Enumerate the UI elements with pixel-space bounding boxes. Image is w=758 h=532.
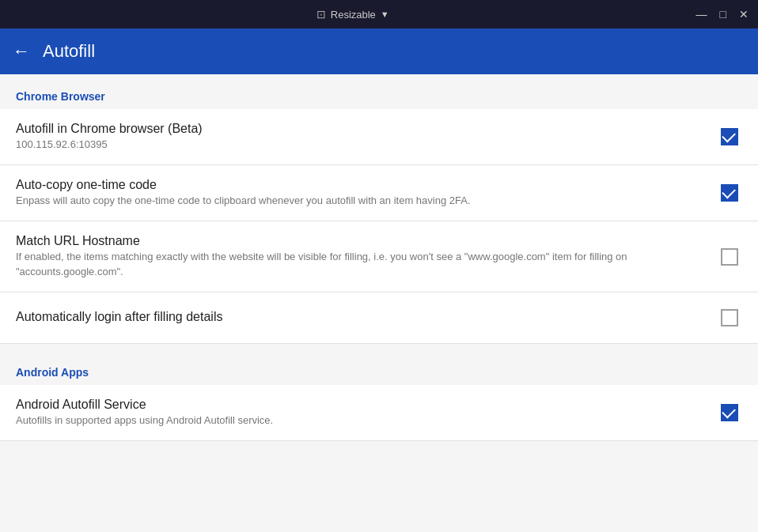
checkbox-auto-login[interactable] xyxy=(721,309,738,326)
title-bar: ⊡ Resizable ▼ — □ ✕ xyxy=(0,0,758,28)
setting-title-match-url-hostname: Match URL Hostname xyxy=(16,234,701,248)
setting-item-autofill-chrome: Autofill in Chrome browser (Beta)100.115… xyxy=(0,109,758,165)
title-bar-controls: — □ ✕ xyxy=(696,8,749,21)
page-title: Autofill xyxy=(43,41,95,62)
checkbox-container-android-autofill-service xyxy=(717,400,742,425)
setting-title-auto-login: Automatically login after filling detail… xyxy=(16,310,701,324)
setting-item-auto-copy-otp: Auto-copy one-time codeEnpass will auto … xyxy=(0,165,758,221)
setting-subtitle-android-autofill-service: Autofills in supported apps using Androi… xyxy=(16,413,701,428)
setting-text-autofill-chrome: Autofill in Chrome browser (Beta)100.115… xyxy=(16,122,717,152)
checkbox-android-autofill-service[interactable] xyxy=(721,404,738,421)
minimize-button[interactable]: — xyxy=(696,8,707,21)
checkbox-match-url-hostname[interactable] xyxy=(721,248,738,266)
section-header-chrome-browser: Chrome Browser xyxy=(0,74,758,109)
setting-subtitle-match-url-hostname: If enabled, the items matching exactly w… xyxy=(16,250,701,278)
resizable-icon: ⊡ xyxy=(316,8,326,21)
setting-text-match-url-hostname: Match URL HostnameIf enabled, the items … xyxy=(16,234,717,278)
app-header: ← Autofill xyxy=(0,28,758,74)
checkbox-auto-copy-otp[interactable] xyxy=(721,184,738,202)
content-area: Chrome BrowserAutofill in Chrome browser… xyxy=(0,74,758,532)
setting-subtitle-autofill-chrome: 100.115.92.6:10395 xyxy=(16,138,701,152)
checkbox-autofill-chrome[interactable] xyxy=(721,128,738,145)
maximize-button[interactable]: □ xyxy=(720,8,726,21)
setting-item-match-url-hostname: Match URL HostnameIf enabled, the items … xyxy=(0,221,758,292)
close-button[interactable]: ✕ xyxy=(739,8,749,21)
checkbox-container-match-url-hostname xyxy=(717,244,742,270)
setting-title-auto-copy-otp: Auto-copy one-time code xyxy=(16,178,701,192)
dropdown-icon[interactable]: ▼ xyxy=(381,9,389,19)
checkbox-container-auto-login xyxy=(717,305,742,330)
setting-text-auto-login: Automatically login after filling detail… xyxy=(16,310,717,326)
title-bar-center: ⊡ Resizable ▼ xyxy=(316,8,389,21)
checkbox-container-autofill-chrome xyxy=(717,124,742,149)
back-button[interactable]: ← xyxy=(13,41,30,62)
setting-title-autofill-chrome: Autofill in Chrome browser (Beta) xyxy=(16,122,701,136)
setting-item-auto-login: Automatically login after filling detail… xyxy=(0,292,758,344)
section-divider xyxy=(0,344,758,350)
setting-text-auto-copy-otp: Auto-copy one-time codeEnpass will auto … xyxy=(16,178,717,208)
setting-subtitle-auto-copy-otp: Enpass will auto copy the one-time code … xyxy=(16,194,701,208)
setting-title-android-autofill-service: Android Autofill Service xyxy=(16,398,701,412)
setting-text-android-autofill-service: Android Autofill ServiceAutofills in sup… xyxy=(16,398,717,428)
checkbox-container-auto-copy-otp xyxy=(717,180,742,206)
window-title: Resizable xyxy=(331,9,376,21)
setting-item-android-autofill-service: Android Autofill ServiceAutofills in sup… xyxy=(0,385,758,441)
section-header-android-apps: Android Apps xyxy=(0,350,758,385)
